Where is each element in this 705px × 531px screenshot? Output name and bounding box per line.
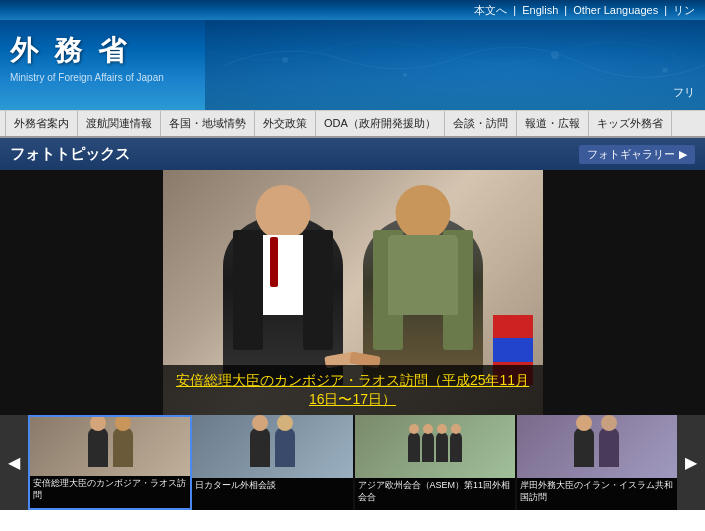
svg-point-6 <box>663 68 668 73</box>
mini-head-9 <box>576 415 592 431</box>
other-languages-link[interactable]: Other Languages <box>573 4 658 16</box>
thumb-image-4 <box>517 415 677 478</box>
svg-point-2 <box>575 38 675 82</box>
nav-item-oda[interactable]: ODA（政府開発援助） <box>316 111 445 136</box>
thumb-fig-4 <box>517 415 677 478</box>
arrow-right-icon: ▶ <box>679 148 687 161</box>
mini-person-7 <box>436 432 448 462</box>
mini-person-8 <box>450 432 462 462</box>
photo-section: フォトトピックス フォトギャラリー ▶ <box>0 138 705 510</box>
main-image[interactable]: 安倍総理大臣のカンボジア・ラオス訪問（平成25年11月16日〜17日） <box>163 170 543 415</box>
nav-item-press[interactable]: 報道・広報 <box>517 111 589 136</box>
svg-point-3 <box>282 57 288 63</box>
thumb-item-3[interactable]: アジア欧州会合（ASEM）第11回外相会合 <box>355 415 517 510</box>
english-link[interactable]: English <box>522 4 558 16</box>
mini-head-2 <box>115 417 131 431</box>
thumb-label-3: アジア欧州会合（ASEM）第11回外相会合 <box>355 478 515 510</box>
thumb-next-button[interactable]: ▶ <box>677 415 705 510</box>
svg-point-5 <box>551 51 559 59</box>
thumb-list: 安倍総理大臣のカンボジア・ラオス訪問 日カタール外相会談 <box>28 415 677 510</box>
main-image-container: 安倍総理大臣のカンボジア・ラオス訪問（平成25年11月16日〜17日） <box>0 170 705 415</box>
thumb-item-4[interactable]: 岸田外務大臣のイラン・イスラム共和国訪問 <box>517 415 677 510</box>
mini-person-9 <box>574 427 594 467</box>
world-map-svg <box>205 20 705 110</box>
thumb-image-1 <box>30 417 190 476</box>
mini-person-5 <box>408 432 420 462</box>
mini-head-3 <box>252 415 268 431</box>
photo-section-title: フォトトピックス <box>10 145 130 164</box>
thumbnails: ◀ 安倍総理大臣のカンボジア・ラオス訪問 <box>0 415 705 510</box>
nav-item-diplomacy[interactable]: 外交政策 <box>255 111 316 136</box>
thumb-fig-1 <box>30 417 190 476</box>
thumb-label-4: 岸田外務大臣のイラン・イスラム共和国訪問 <box>517 478 677 510</box>
header: 外 務 省 Ministry of Foreign Affairs of Jap… <box>0 20 705 110</box>
main-caption[interactable]: 安倍総理大臣のカンボジア・ラオス訪問（平成25年11月16日〜17日） <box>176 372 529 407</box>
nav-bar: 外務省案内 渡航関連情報 各国・地域情勢 外交政策 ODA（政府開発援助） 会談… <box>0 110 705 138</box>
nav-item-meetings[interactable]: 会談・訪問 <box>445 111 517 136</box>
mini-person-6 <box>422 432 434 462</box>
header-logo: 外 務 省 Ministry of Foreign Affairs of Jap… <box>10 32 164 83</box>
mini-head-4 <box>277 415 293 431</box>
top-bar: 本文へ | English | Other Languages | リン <box>0 0 705 20</box>
thumb-label-2: 日カタール外相会談 <box>192 478 352 510</box>
sep1: | <box>513 4 516 16</box>
thumb-label-1: 安倍総理大臣のカンボジア・ラオス訪問 <box>30 476 190 508</box>
photo-gallery-label: フォトギャラリー <box>587 147 675 162</box>
site-title-sub: Ministry of Foreign Affairs of Japan <box>10 72 164 83</box>
honbun-link[interactable]: 本文へ <box>474 3 507 18</box>
sep3: | <box>664 4 667 16</box>
mini-head-1 <box>90 417 106 431</box>
sep2: | <box>564 4 567 16</box>
mini-person-4 <box>275 427 295 467</box>
link-abbrev[interactable]: リン <box>673 3 695 18</box>
thumb-fig-3 <box>355 415 515 478</box>
flag-blue <box>493 338 533 361</box>
mini-person-3 <box>250 427 270 467</box>
flag-red-1 <box>493 315 533 338</box>
site-title-kanji: 外 務 省 <box>10 32 164 70</box>
mini-person-1 <box>88 427 108 467</box>
thumb-prev-button[interactable]: ◀ <box>0 415 28 510</box>
mini-head-10 <box>601 415 617 431</box>
thumb-fig-2 <box>192 415 352 478</box>
nav-item-travel[interactable]: 渡航関連情報 <box>78 111 161 136</box>
nav-item-ministry[interactable]: 外務省案内 <box>5 111 78 136</box>
figure-right-head <box>395 185 450 240</box>
mini-person-10 <box>599 427 619 467</box>
header-map <box>205 20 705 110</box>
photo-header: フォトトピックス フォトギャラリー ▶ <box>0 138 705 170</box>
thumb-item-1[interactable]: 安倍総理大臣のカンボジア・ラオス訪問 <box>28 415 192 510</box>
figure-left-head <box>255 185 310 240</box>
thumb-image-2 <box>192 415 352 478</box>
caption-bar: 安倍総理大臣のカンボジア・ラオス訪問（平成25年11月16日〜17日） <box>163 365 543 415</box>
thumb-item-2[interactable]: 日カタール外相会談 <box>192 415 354 510</box>
nav-item-countries[interactable]: 各国・地域情勢 <box>161 111 255 136</box>
thumb-image-3 <box>355 415 515 478</box>
svg-point-4 <box>403 73 407 77</box>
photo-gallery-link[interactable]: フォトギャラリー ▶ <box>579 145 695 164</box>
mini-person-2 <box>113 427 133 467</box>
header-search-label: フリ <box>673 85 695 100</box>
nav-item-kids[interactable]: キッズ外務省 <box>589 111 672 136</box>
